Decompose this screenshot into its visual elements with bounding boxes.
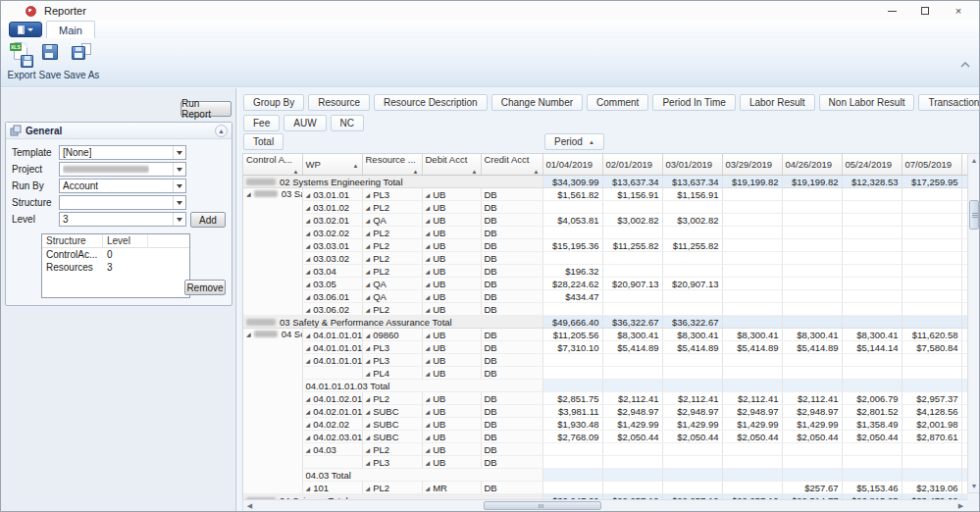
- pivot-value-cell[interactable]: $1,358.49: [842, 418, 902, 431]
- pivot-value-cell[interactable]: [902, 265, 961, 278]
- pivot-value-cell[interactable]: $1,561.82: [542, 188, 602, 201]
- table-row[interactable]: ◢04.03◢PL2◢UBDB: [243, 443, 968, 456]
- credit-acct-cell[interactable]: DB: [481, 278, 542, 290]
- pivot-value-cell[interactable]: [602, 303, 662, 316]
- debit-acct-cell[interactable]: ◢UB: [422, 290, 481, 303]
- scroll-left-icon[interactable]: ◀: [243, 500, 256, 511]
- pivot-value-cell[interactable]: [602, 367, 662, 380]
- debit-acct-cell[interactable]: ◢UB: [422, 431, 481, 443]
- pivot-value-cell[interactable]: [722, 469, 782, 482]
- structure-level-list[interactable]: Structure Level ControlAc... 0 Resources…: [41, 233, 190, 298]
- total-field-button[interactable]: Total: [243, 133, 284, 150]
- expand-indicator-icon[interactable]: ◢: [306, 192, 311, 198]
- structure-dropdown[interactable]: [59, 195, 186, 210]
- table-row[interactable]: ◢04.02.01.01◢SUBC◢UBDB$3,981.11$2,948.97…: [243, 405, 968, 418]
- expand-indicator-icon[interactable]: ◢: [426, 269, 431, 275]
- maximize-button[interactable]: [908, 1, 942, 21]
- pivot-value-cell[interactable]: [842, 290, 902, 303]
- expand-indicator-icon[interactable]: ◢: [366, 307, 371, 313]
- total-band-row[interactable]: 03 Safety & Performance Assurance Total$…: [243, 316, 968, 329]
- pivot-value-cell[interactable]: $2,050.44: [602, 431, 662, 443]
- pivot-value-cell[interactable]: [662, 380, 722, 392]
- pivot-value-cell[interactable]: $36,322.67: [662, 316, 722, 329]
- pivot-column-header[interactable]: Control A...▲: [243, 154, 302, 176]
- pivot-value-cell[interactable]: [662, 252, 722, 265]
- pivot-field-button[interactable]: Period In Time: [652, 94, 735, 111]
- pivot-value-cell[interactable]: $2,050.44: [722, 431, 782, 443]
- pivot-value-cell[interactable]: [602, 456, 662, 469]
- pivot-value-cell[interactable]: [782, 367, 842, 380]
- expand-indicator-icon[interactable]: ◢: [366, 345, 371, 351]
- table-row[interactable]: ◢03.01.02◢PL2◢UBDB: [243, 201, 968, 214]
- pivot-value-cell[interactable]: [902, 303, 961, 316]
- pivot-value-cell[interactable]: $196.32: [542, 265, 602, 278]
- pivot-value-cell[interactable]: [902, 456, 961, 469]
- table-row[interactable]: ◢04.01.01.01...◢PL3◢UBDB$7,310.10$5,414.…: [243, 341, 968, 354]
- pivot-value-cell[interactable]: $2,112.41: [602, 392, 662, 405]
- subtotal-row[interactable]: 04.01.01.01.03 Total: [243, 380, 968, 392]
- pivot-value-cell[interactable]: $2,050.44: [782, 431, 842, 443]
- pivot-value-cell[interactable]: [782, 265, 842, 278]
- expand-indicator-icon[interactable]: ◢: [426, 192, 431, 198]
- resource-cell[interactable]: ◢PL3: [362, 341, 422, 354]
- table-row[interactable]: ◢101◢PL2◢MRDB$257.67$5,153.46$2,319.06: [243, 482, 968, 494]
- pivot-value-cell[interactable]: $5,144.14: [842, 341, 902, 354]
- app-menu-button[interactable]: [9, 22, 42, 37]
- pivot-value-cell[interactable]: [902, 354, 961, 367]
- pivot-value-cell[interactable]: [602, 469, 662, 482]
- debit-acct-cell[interactable]: ◢UB: [422, 201, 481, 214]
- pivot-field-button[interactable]: Comment: [587, 94, 648, 111]
- pivot-value-cell[interactable]: $1,429.99: [722, 418, 782, 431]
- pivot-value-cell[interactable]: [722, 443, 782, 456]
- expand-indicator-icon[interactable]: ◢: [426, 435, 431, 440]
- pivot-value-cell[interactable]: [662, 443, 722, 456]
- table-row[interactable]: ◢04.02.03.01◢SUBC◢UBDB$2,768.09$2,050.44…: [243, 431, 968, 443]
- pivot-value-cell[interactable]: $5,414.89: [662, 341, 722, 354]
- debit-acct-cell[interactable]: ◢UB: [422, 252, 481, 265]
- pivot-value-cell[interactable]: $2,801.52: [842, 405, 902, 418]
- pivot-value-cell[interactable]: [842, 252, 902, 265]
- expand-indicator-icon[interactable]: ◢: [426, 256, 431, 262]
- subtotal-row[interactable]: 04.03 Total: [243, 469, 968, 482]
- credit-acct-cell[interactable]: DB: [481, 443, 542, 456]
- pivot-value-cell[interactable]: [902, 201, 961, 214]
- pivot-value-cell[interactable]: $8,300.41: [842, 329, 902, 341]
- resource-cell[interactable]: ◢PL3: [362, 354, 422, 367]
- table-row[interactable]: ◢03.04◢PL2◢UBDB$196.32: [243, 265, 968, 278]
- save-button[interactable]: Save: [33, 41, 67, 84]
- wp-cell[interactable]: ◢03.01.01: [302, 188, 362, 201]
- expand-indicator-icon[interactable]: ◢: [426, 447, 431, 453]
- wp-cell[interactable]: ◢04.01.02.01: [302, 392, 362, 405]
- table-row[interactable]: ◢03.06.01◢QA◢UBDB$434.47: [243, 290, 968, 303]
- credit-acct-cell[interactable]: DB: [481, 392, 542, 405]
- pivot-value-cell[interactable]: $5,414.89: [602, 341, 662, 354]
- pivot-value-cell[interactable]: $28,224.62: [542, 278, 602, 290]
- pivot-value-cell[interactable]: [842, 354, 902, 367]
- pivot-value-cell[interactable]: $2,112.41: [722, 392, 782, 405]
- expand-indicator-icon[interactable]: ◢: [306, 256, 311, 262]
- credit-acct-cell[interactable]: DB: [481, 367, 542, 380]
- pivot-value-cell[interactable]: [542, 443, 602, 456]
- pivot-field-button[interactable]: NC: [331, 115, 364, 131]
- pivot-value-cell[interactable]: $15,195.36: [542, 239, 602, 252]
- pivot-value-cell[interactable]: [602, 265, 662, 278]
- pivot-value-cell[interactable]: [902, 214, 961, 227]
- pivot-value-cell[interactable]: [722, 367, 782, 380]
- table-row[interactable]: ◢PL3◢UBDB: [243, 456, 968, 469]
- scroll-down-icon[interactable]: ▼: [968, 480, 980, 492]
- pivot-value-cell[interactable]: $5,414.89: [782, 341, 842, 354]
- pivot-value-cell[interactable]: $5,153.46: [842, 482, 902, 494]
- expand-indicator-icon[interactable]: ◢: [426, 460, 431, 466]
- pivot-value-cell[interactable]: [902, 278, 961, 290]
- pivot-value-cell[interactable]: [542, 354, 602, 367]
- pivot-date-header[interactable]: 04/26/2019: [782, 154, 842, 176]
- debit-acct-cell[interactable]: ◢UB: [422, 443, 481, 456]
- ribbon-collapse-icon[interactable]: [959, 60, 971, 70]
- pivot-value-cell[interactable]: [842, 303, 902, 316]
- pivot-value-cell[interactable]: $11,620.58: [902, 329, 961, 341]
- expand-indicator-icon[interactable]: ◢: [246, 191, 251, 197]
- wp-cell[interactable]: ◢04.01.01.01...: [302, 341, 362, 354]
- credit-acct-cell[interactable]: DB: [481, 265, 542, 278]
- pivot-value-cell[interactable]: $2,006.79: [842, 392, 902, 405]
- table-row[interactable]: ◢03.05◢QA◢UBDB$28,224.62$20,907.13$20,90…: [243, 278, 968, 290]
